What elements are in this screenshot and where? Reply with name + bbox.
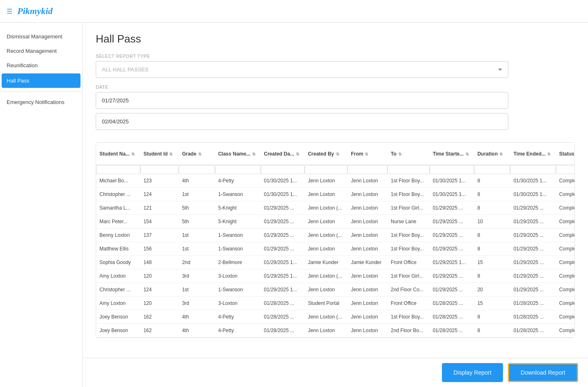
sort-icon[interactable]: ⇅ — [169, 152, 172, 156]
cell-grade: 4th — [179, 324, 215, 337]
display-report-button[interactable]: Display Report — [442, 363, 503, 382]
table-row[interactable]: Christopher ...1241st1-Swanson01/29/2025… — [96, 283, 575, 297]
table-row[interactable]: Matthew Ellis1561st1-Swanson01/29/2025 .… — [96, 242, 575, 256]
cell-class_name: 2-Bellmore — [215, 256, 261, 269]
cell-created_date: 01/29/2025 1... — [261, 283, 305, 297]
table-row[interactable]: Amy Loxton1203rd3-Loxton01/29/2025 1...J… — [96, 269, 575, 283]
filter-input-created_by[interactable] — [305, 165, 347, 174]
sidebar-item-reunification[interactable]: Reunification — [0, 58, 82, 73]
cell-to: Front Office — [387, 297, 430, 310]
cell-to: 1st Floor Girl... — [387, 201, 430, 215]
table-row[interactable]: Amy Loxton1203rd3-Loxton01/28/2025 ...St… — [96, 297, 575, 310]
col-header-to[interactable]: To⇅ — [387, 143, 430, 165]
sort-icon[interactable]: ⇅ — [296, 152, 299, 156]
cell-created_date: 01/29/2025 ... — [261, 215, 305, 229]
sort-icon[interactable]: ⇅ — [365, 152, 368, 156]
cell-student_id: 137 — [140, 229, 179, 242]
sort-icon[interactable]: ⇅ — [252, 152, 255, 156]
download-report-button[interactable]: Download Report — [508, 363, 578, 382]
cell-from: Jenn Loxton — [347, 283, 387, 297]
filter-cell-created_date — [261, 165, 305, 175]
filter-input-created_date[interactable] — [261, 165, 305, 174]
filter-input-time_started[interactable] — [430, 165, 474, 174]
filter-input-student_name[interactable] — [96, 165, 140, 174]
cell-to: 1st Floor Boy... — [387, 174, 430, 188]
sort-icon[interactable]: ⇅ — [499, 152, 503, 156]
cell-status: Completed — [556, 229, 575, 242]
filter-input-class_name[interactable] — [215, 165, 261, 174]
filter-input-to[interactable] — [387, 165, 430, 174]
cell-from: Jenn Loxton — [347, 215, 387, 229]
col-header-from[interactable]: From⇅ — [347, 143, 387, 165]
cell-class_name: 3-Loxton — [215, 269, 261, 283]
cell-duration: 8 — [474, 188, 510, 201]
cell-created_date: 01/28/2025 ... — [261, 324, 305, 337]
sort-icon[interactable]: ⇅ — [198, 152, 201, 156]
layout: Dismissal Management Record Management R… — [0, 23, 588, 387]
col-header-class_name[interactable]: Class Name...⇅ — [215, 143, 261, 165]
col-header-time_started[interactable]: Time Starte...⇅ — [430, 143, 474, 165]
filter-input-grade[interactable] — [179, 165, 215, 174]
cell-created_by: Jenn Loxton — [305, 324, 347, 337]
cell-duration: 10 — [474, 215, 510, 229]
cell-created_by: Jenn Loxton — [305, 174, 347, 188]
cell-created_by: Student Portal — [305, 297, 347, 310]
filter-input-student_id[interactable] — [140, 165, 179, 174]
cell-to: 1st Floor Girl... — [387, 269, 430, 283]
sort-icon[interactable]: ⇅ — [131, 152, 135, 156]
cell-to: 1st Floor Boy... — [387, 188, 430, 201]
cell-grade: 1st — [179, 229, 215, 242]
filter-cell-class_name — [215, 165, 261, 175]
menu-icon[interactable]: ☰ — [7, 7, 12, 15]
cell-student_id: 148 — [140, 256, 179, 269]
col-header-grade[interactable]: Grade⇅ — [179, 143, 215, 165]
cell-duration: 15 — [474, 297, 510, 310]
hall-pass-table: Student Na...⇅Student Id⇅Grade⇅Class Nam… — [96, 142, 575, 338]
cell-to: 1st Floor Boy... — [387, 242, 430, 256]
col-header-created_date[interactable]: Created Da...⇅ — [261, 143, 305, 165]
cell-created_date: 01/29/2025 ... — [261, 201, 305, 215]
table-row[interactable]: Michael Bo...1234th4-Petty01/30/2025 1..… — [96, 174, 575, 188]
sort-icon[interactable]: ⇅ — [547, 152, 550, 156]
sidebar-item-hall-pass[interactable]: Hall Pass — [2, 73, 80, 88]
sort-icon[interactable]: ⇅ — [398, 152, 401, 156]
col-header-created_by[interactable]: Created By⇅ — [305, 143, 347, 165]
cell-student_name: Sophia Goody — [96, 256, 140, 269]
date-from-input[interactable] — [96, 92, 508, 109]
col-header-student_id[interactable]: Student Id⇅ — [140, 143, 179, 165]
filter-cell-duration — [474, 165, 510, 175]
cell-student_name: Samantha L... — [96, 201, 140, 215]
cell-time_started: 01/30/2025 1... — [430, 174, 474, 188]
table-row[interactable]: Joey Benson1624th4-Petty01/28/2025 ...Je… — [96, 324, 575, 337]
cell-time_started: 01/29/2025 ... — [430, 215, 474, 229]
cell-class_name: 1-Swanson — [215, 229, 261, 242]
sort-icon[interactable]: ⇅ — [336, 152, 339, 156]
filter-input-duration[interactable] — [474, 165, 510, 174]
table-row[interactable]: Samantha L...1215th5-Knight01/29/2025 ..… — [96, 201, 575, 215]
report-type-select[interactable]: ALL HALL PASSES — [96, 61, 508, 78]
col-header-duration[interactable]: Duration⇅ — [474, 143, 510, 165]
filter-input-status[interactable] — [556, 165, 575, 174]
filter-cell-time_started — [430, 165, 474, 175]
cell-from: Jenn Loxton — [347, 174, 387, 188]
cell-student_name: Joey Benson — [96, 324, 140, 337]
col-header-time_ended[interactable]: Time Ended...⇅ — [510, 143, 556, 165]
sort-icon[interactable]: ⇅ — [465, 152, 469, 156]
filter-input-time_ended[interactable] — [510, 165, 556, 174]
cell-time_ended: 01/29/2025 ... — [510, 229, 556, 242]
filter-input-from[interactable] — [347, 165, 387, 174]
table-row[interactable]: Christopher ...1241st1-Swanson01/30/2025… — [96, 188, 575, 201]
table-row[interactable]: Marc Peter...1545th5-Knight01/29/2025 ..… — [96, 215, 575, 229]
table-row[interactable]: Joey Benson1624th4-Petty01/28/2025 ...Je… — [96, 310, 575, 324]
col-header-status[interactable]: Status⇅ — [556, 143, 575, 165]
table-row[interactable]: Benny Loxton1371st1-Swanson01/29/2025 ..… — [96, 229, 575, 242]
cell-status: Completed — [556, 324, 575, 337]
cell-class_name: 1-Swanson — [215, 242, 261, 256]
sidebar-item-record-management[interactable]: Record Management — [0, 44, 82, 58]
cell-time_started: 01/29/2025 ... — [430, 201, 474, 215]
sidebar-item-dismissal-management[interactable]: Dismissal Management — [0, 29, 82, 44]
sidebar-item-emergency-notifications[interactable]: Emergency Notifications — [0, 95, 82, 109]
col-header-student_name[interactable]: Student Na...⇅ — [96, 143, 140, 165]
date-to-input[interactable] — [96, 113, 508, 130]
table-row[interactable]: Sophia Goody1482nd2-Bellmore01/29/2025 1… — [96, 256, 575, 269]
